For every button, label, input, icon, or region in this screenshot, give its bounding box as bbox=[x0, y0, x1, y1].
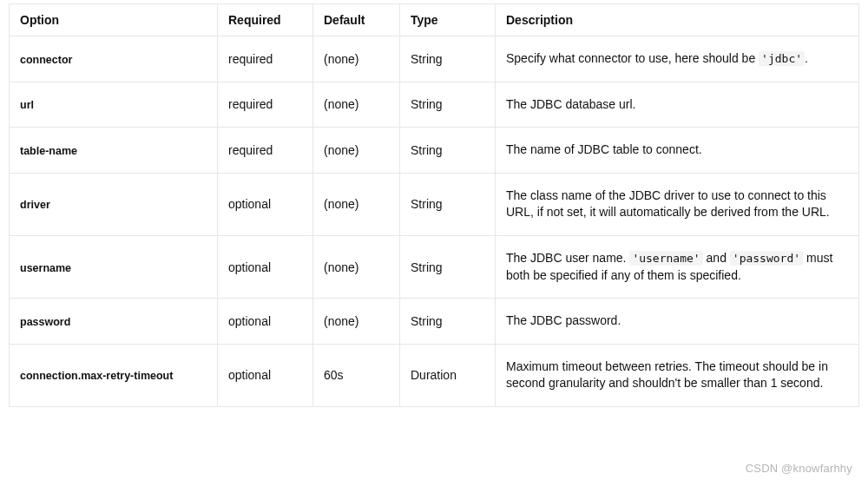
cell-option: table-name bbox=[10, 128, 218, 174]
header-description: Description bbox=[496, 4, 859, 36]
cell-default: (none) bbox=[313, 173, 400, 235]
cell-option: username bbox=[10, 235, 218, 298]
table-row: driveroptional(none)StringThe class name… bbox=[10, 173, 859, 235]
table-row: connection.max-retry-timeoutoptional60sD… bbox=[10, 344, 859, 406]
cell-option: driver bbox=[10, 173, 218, 235]
cell-description: The name of JDBC table to connect. bbox=[496, 128, 859, 174]
cell-default: (none) bbox=[313, 82, 400, 128]
cell-description: The JDBC user name. 'username' and 'pass… bbox=[496, 235, 859, 298]
header-option: Option bbox=[10, 4, 218, 36]
cell-description: The JDBC database url. bbox=[496, 82, 859, 128]
watermark: CSDN @knowfarhhy bbox=[746, 462, 852, 475]
table-row: urlrequired(none)StringThe JDBC database… bbox=[10, 82, 859, 128]
option-name: password bbox=[20, 316, 70, 328]
cell-option: password bbox=[10, 299, 218, 345]
cell-description: The JDBC password. bbox=[496, 299, 859, 345]
cell-type: String bbox=[400, 82, 496, 128]
header-default: Default bbox=[313, 4, 400, 36]
cell-required: optional bbox=[218, 173, 313, 235]
table-row: table-namerequired(none)StringThe name o… bbox=[10, 128, 859, 174]
option-name: connection.max-retry-timeout bbox=[20, 370, 173, 382]
cell-type: String bbox=[400, 235, 496, 298]
cell-required: required bbox=[218, 36, 313, 82]
inline-code: 'password' bbox=[730, 251, 803, 266]
inline-code: 'username' bbox=[629, 251, 702, 266]
cell-required: optional bbox=[218, 344, 313, 406]
cell-default: (none) bbox=[313, 36, 400, 82]
option-name: table-name bbox=[20, 145, 77, 157]
option-name: url bbox=[20, 99, 34, 111]
table-body: connectorrequired(none)StringSpecify wha… bbox=[10, 36, 859, 407]
header-required: Required bbox=[218, 4, 313, 36]
cell-required: required bbox=[218, 128, 313, 174]
cell-default: (none) bbox=[313, 128, 400, 174]
cell-default: 60s bbox=[313, 344, 400, 406]
option-name: driver bbox=[20, 199, 50, 211]
table-header-row: Option Required Default Type Description bbox=[10, 4, 859, 36]
cell-type: String bbox=[400, 299, 496, 345]
header-type: Type bbox=[400, 4, 496, 36]
cell-default: (none) bbox=[313, 299, 400, 345]
cell-option: url bbox=[10, 82, 218, 128]
cell-type: String bbox=[400, 36, 496, 82]
cell-description: Specify what connector to use, here shou… bbox=[496, 36, 859, 82]
options-table: Option Required Default Type Description… bbox=[9, 3, 859, 407]
cell-option: connector bbox=[10, 36, 218, 82]
cell-type: String bbox=[400, 173, 496, 235]
table-row: connectorrequired(none)StringSpecify wha… bbox=[10, 36, 859, 82]
inline-code: 'jdbc' bbox=[759, 51, 805, 66]
cell-type: Duration bbox=[400, 344, 496, 406]
options-table-container: Option Required Default Type Description… bbox=[0, 0, 868, 411]
cell-required: required bbox=[218, 82, 313, 128]
option-name: connector bbox=[20, 54, 72, 66]
cell-description: Maximum timeout between retries. The tim… bbox=[496, 344, 859, 406]
option-name: username bbox=[20, 262, 71, 274]
table-row: passwordoptional(none)StringThe JDBC pas… bbox=[10, 299, 859, 345]
cell-required: optional bbox=[218, 235, 313, 298]
table-row: usernameoptional(none)StringThe JDBC use… bbox=[10, 235, 859, 298]
cell-option: connection.max-retry-timeout bbox=[10, 344, 218, 406]
cell-description: The class name of the JDBC driver to use… bbox=[496, 173, 859, 235]
cell-required: optional bbox=[218, 299, 313, 345]
cell-type: String bbox=[400, 128, 496, 174]
cell-default: (none) bbox=[313, 235, 400, 298]
